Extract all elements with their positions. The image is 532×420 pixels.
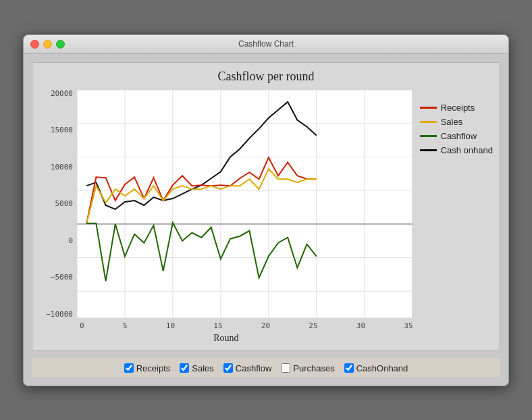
x-label-20: 20 [261,321,270,330]
legend-cashonhand: Cash onhand [420,145,493,155]
legend-cashflow-line [420,135,437,137]
y-label-15000: 15000 [51,126,73,134]
x-label-30: 30 [356,321,365,330]
checkbox-purchases[interactable]: Purchases [281,363,334,373]
traffic-lights [30,40,65,49]
chart-svg [77,90,413,318]
receipts-checkbox-label: Receipts [136,363,171,373]
legend-cashonhand-label: Cash onhand [441,145,493,155]
purchases-checkbox[interactable] [281,363,290,373]
cashonhand-checkbox-label: CashOnhand [356,363,408,373]
chart-with-axes: 20000 15000 10000 5000 0 −5000 −10000 [39,89,413,344]
purchases-checkbox-label: Purchases [293,363,334,373]
y-label-10000: 10000 [51,163,73,172]
legend-cashonhand-line [420,149,437,151]
legend-receipts-label: Receipts [441,103,475,113]
checkbox-sales[interactable]: Sales [180,363,214,373]
sales-line [86,169,317,224]
checkbox-bar: Receipts Sales Cashflow Purchases CashOn… [32,358,500,377]
legend-sales-label: Sales [441,117,463,127]
y-label-n5000: −5000 [51,273,73,282]
y-label-20000: 20000 [51,89,73,98]
window-content: Cashflow per round 20000 15000 10000 500… [24,54,508,386]
y-label-n10000: −10000 [46,310,73,319]
x-label-5: 5 [123,321,128,330]
receipts-checkbox[interactable] [124,363,134,373]
y-label-0: 0 [68,236,73,245]
minimize-button[interactable] [43,40,52,49]
legend-sales-line [420,121,437,123]
chart-area: Cashflow per round 20000 15000 10000 500… [32,62,500,351]
legend-receipts: Receipts [420,103,493,113]
legend-cashflow-label: Cashflow [441,131,477,141]
cashflow-checkbox-label: Cashflow [236,363,271,373]
cashflow-line [86,222,317,280]
maximize-button[interactable] [56,40,65,49]
main-window: Cashflow Chart Cashflow per round 20000 … [23,34,509,386]
plot-area [76,89,413,319]
titlebar: Cashflow Chart [24,35,508,54]
checkbox-cashflow[interactable]: Cashflow [223,363,271,373]
chart-inner: 20000 15000 10000 5000 0 −5000 −10000 [39,89,413,319]
x-label-35: 35 [404,321,413,330]
cashflow-checkbox[interactable] [223,363,233,373]
x-label-0: 0 [80,321,84,330]
chart-legend: Receipts Sales Cashflow Cash onhand [420,89,493,344]
checkbox-cashonhand[interactable]: CashOnhand [344,363,408,373]
y-axis: 20000 15000 10000 5000 0 −5000 −10000 [39,89,76,319]
cashonhand-checkbox[interactable] [344,363,354,373]
legend-cashflow: Cashflow [420,131,493,141]
x-axis-row: 0 5 10 15 20 25 30 35 [39,319,413,330]
legend-receipts-line [420,107,437,109]
x-axis: 0 5 10 15 20 25 30 35 [80,319,413,330]
y-label-5000: 5000 [55,199,74,208]
x-axis-label: Round [39,333,413,344]
sales-checkbox[interactable] [180,363,189,373]
x-label-15: 15 [213,321,222,330]
close-button[interactable] [30,40,39,49]
sales-checkbox-label: Sales [192,363,214,373]
chart-container: 20000 15000 10000 5000 0 −5000 −10000 [39,89,493,344]
window-title: Cashflow Chart [238,39,294,49]
x-label-10: 10 [166,321,175,330]
x-label-25: 25 [309,321,317,330]
chart-title: Cashflow per round [39,70,493,84]
legend-sales: Sales [420,117,493,127]
checkbox-receipts[interactable]: Receipts [124,363,171,373]
